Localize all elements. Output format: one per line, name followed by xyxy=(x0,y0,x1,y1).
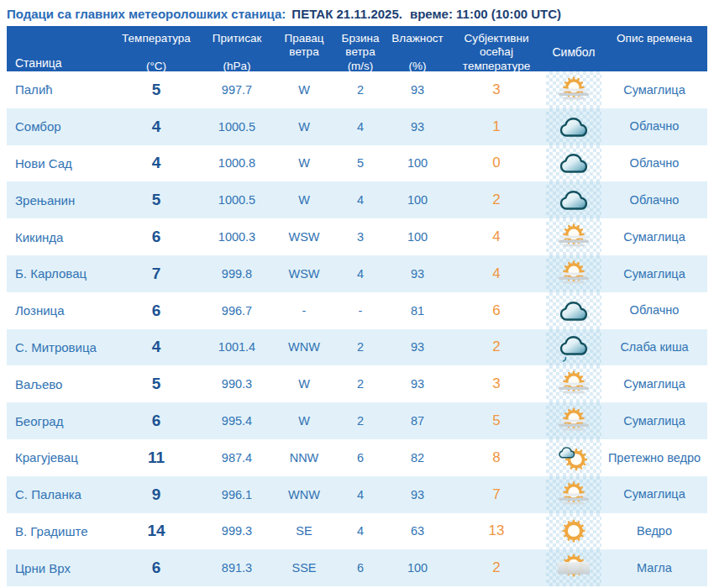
cell-desc: Сумаглица xyxy=(601,255,707,292)
cell-wind_dir: WSW xyxy=(276,255,333,292)
cell-wind_speed: 6 xyxy=(333,439,388,476)
cell-station: Зрењанин xyxy=(7,181,114,218)
cell-desc: Слаба киша xyxy=(601,329,707,366)
table-row: Београд6995.4W2875Сумаглица xyxy=(7,402,707,439)
cell-pressure: 987.4 xyxy=(198,439,276,476)
cell-wind_dir: SE xyxy=(276,513,333,550)
title-prefix: Подаци са главних метеоролошких станица: xyxy=(7,7,286,21)
cell-wind_speed: 3 xyxy=(333,218,388,255)
table-row: С. Митровица41001.4WNW2932Слаба киша xyxy=(7,329,707,366)
cell-wind_dir: W xyxy=(276,365,333,402)
sun-cloud-icon xyxy=(546,439,601,476)
cell-pressure: 1000.3 xyxy=(198,218,276,255)
cell-pressure: 996.7 xyxy=(198,292,276,329)
cell-station: С. Митровица xyxy=(7,329,114,366)
cell-feel: 4 xyxy=(447,218,546,255)
cell-feel: 2 xyxy=(447,549,546,586)
table-row: Сомбор41000.5W4931Облачно xyxy=(7,108,707,145)
table-row: Црни Врх6891.3SSE61002Магла xyxy=(7,549,707,586)
cell-feel: 8 xyxy=(447,439,546,476)
cell-station: Црни Врх xyxy=(7,549,114,586)
cell-humidity: 93 xyxy=(388,255,447,292)
cell-wind_dir: - xyxy=(276,292,333,329)
column-label: Станица xyxy=(15,56,62,71)
cell-desc: Сумаглица xyxy=(601,71,707,108)
cell-station: В. Градиште xyxy=(7,513,114,550)
cell-temp: 11 xyxy=(114,439,198,476)
cell-feel: 3 xyxy=(447,365,546,402)
cell-humidity: 100 xyxy=(388,549,447,586)
cell-humidity: 81 xyxy=(388,292,447,329)
cell-station: Б. Карловац xyxy=(7,255,114,292)
cell-wind_speed: 4 xyxy=(333,108,388,145)
cell-desc: Магла xyxy=(601,549,707,586)
cell-wind_speed: 4 xyxy=(333,476,388,513)
cell-wind_speed: 2 xyxy=(333,71,388,108)
cell-wind_dir: NNW xyxy=(276,439,333,476)
cell-station: Београд xyxy=(7,402,114,439)
cell-desc: Сумаглица xyxy=(601,365,707,402)
column-label: Брзина ветра xyxy=(333,32,387,60)
cell-pressure: 996.1 xyxy=(198,476,276,513)
cell-feel: 3 xyxy=(447,71,546,108)
table-row: Ваљево5990.3W2933Сумаглица xyxy=(7,365,707,402)
cell-station: Крагујевац xyxy=(7,439,114,476)
cell-wind_speed: 2 xyxy=(333,329,388,366)
sun-haze-icon xyxy=(546,402,601,439)
sun-haze-icon xyxy=(546,71,601,108)
cell-feel: 2 xyxy=(447,181,546,218)
sun-haze-icon xyxy=(546,255,601,292)
fog-icon xyxy=(546,549,601,586)
cell-feel: 5 xyxy=(447,402,546,439)
cell-wind_speed: 4 xyxy=(333,513,388,550)
cell-wind_dir: W xyxy=(276,108,333,145)
cell-wind_dir: WNW xyxy=(276,329,333,366)
title-time: време: 11:00 (10:00 UTC) xyxy=(410,7,561,21)
cell-feel: 2 xyxy=(447,329,546,366)
cell-temp: 6 xyxy=(114,218,198,255)
cell-temp: 7 xyxy=(114,255,198,292)
cloud-light-rain-icon xyxy=(546,329,601,366)
cell-pressure: 1000.8 xyxy=(198,145,276,182)
cell-wind_dir: WSW xyxy=(276,218,333,255)
table-row: С. Паланка9996.1WNW4937Сумаглица xyxy=(7,476,707,513)
cell-temp: 6 xyxy=(114,292,198,329)
table-header: СтаницаТемпература(°C)Притисак(hPa)Права… xyxy=(7,26,707,71)
cell-wind_dir: WNW xyxy=(276,476,333,513)
cell-humidity: 93 xyxy=(388,108,447,145)
table-row: Крагујевац11987.4NNW6828Претежно ведро xyxy=(7,439,707,476)
cell-station: Кикинда xyxy=(7,218,114,255)
cell-humidity: 87 xyxy=(388,402,447,439)
title-date: ПЕТАК 21.11.2025. xyxy=(291,7,402,21)
cell-humidity: 100 xyxy=(388,145,447,182)
cell-wind_dir: W xyxy=(276,145,333,182)
column-label: Температура xyxy=(122,32,191,45)
cell-humidity: 100 xyxy=(388,218,447,255)
sun-haze-icon xyxy=(546,218,601,255)
table-row: Зрењанин51000.5W41002Облачно xyxy=(7,181,707,218)
cell-feel: 7 xyxy=(447,476,546,513)
table-row: Лозница6996.7--816Облачно xyxy=(7,292,707,329)
cell-wind_speed: 6 xyxy=(333,549,388,586)
cell-wind_dir: SSE xyxy=(276,549,333,586)
cell-temp: 14 xyxy=(114,513,198,550)
cell-desc: Сумаглица xyxy=(601,402,707,439)
cell-station: Ваљево xyxy=(7,365,114,402)
cell-feel: 13 xyxy=(447,513,546,550)
cell-temp: 6 xyxy=(114,402,198,439)
cell-humidity: 100 xyxy=(388,181,447,218)
cell-station: Сомбор xyxy=(7,108,114,145)
cloud-icon xyxy=(546,292,601,329)
cell-humidity: 93 xyxy=(388,329,447,366)
table-row: Палић5997.7W2933Сумаглица xyxy=(7,71,707,108)
cell-temp: 5 xyxy=(114,181,198,218)
cloud-icon xyxy=(546,145,601,182)
cell-wind_dir: W xyxy=(276,181,333,218)
cell-temp: 4 xyxy=(114,108,198,145)
cell-station: Палић xyxy=(7,71,114,108)
cell-desc: Сумаглица xyxy=(601,218,707,255)
column-label: Притисак xyxy=(213,32,262,45)
table-row: Нови Сад41000.8W51000Облачно xyxy=(7,145,707,182)
cell-station: Лозница xyxy=(7,292,114,329)
cell-desc: Сумаглица xyxy=(601,476,707,513)
